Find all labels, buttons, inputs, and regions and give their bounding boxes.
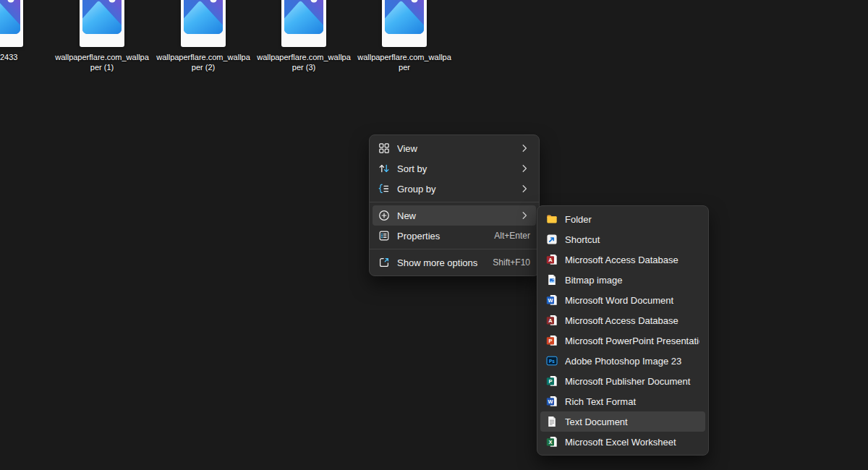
menu-separator [370,249,539,249]
view-icon [378,142,390,154]
desktop-icon-label: wallpaperflare.com_wallpaper (2) [156,52,250,72]
desktop-icon[interactable]: wallpaperflare.com_wallpaper (2) [153,0,254,72]
menu-item-adobe-photoshop-image-23[interactable]: PsAdobe Photoshop Image 23 [540,351,705,371]
image-file-icon [181,0,226,47]
show-more-options-icon [378,257,390,268]
image-file-icon [0,0,23,47]
menu-item-shortcut: Alt+Enter [494,231,530,241]
menu-item-microsoft-access-database[interactable]: AMicrosoft Access Database [540,310,705,330]
menu-item-label: Microsoft Access Database [565,255,699,265]
menu-item-shortcut[interactable]: Shortcut [540,229,705,249]
menu-item-label: Microsoft Access Database [565,315,699,326]
photoshop-icon: Ps [546,355,558,367]
menu-item-microsoft-word-document[interactable]: WMicrosoft Word Document [540,290,705,310]
menu-item-label: Sort by [397,163,511,174]
menu-item-microsoft-excel-worksheet[interactable]: XMicrosoft Excel Worksheet [540,432,705,452]
svg-text:Ps: Ps [549,359,555,364]
menu-item-label: Show more options [397,257,485,268]
svg-text:A: A [548,317,553,324]
menu-item-microsoft-powerpoint-presentation[interactable]: PMicrosoft PowerPoint Presentation [540,330,705,351]
group-icon [378,183,390,195]
desktop-icon[interactable]: wallpaperflare.com_wallpaper [354,0,455,72]
sort-icon [378,163,390,174]
menu-item-view[interactable]: View [373,138,536,158]
menu-item-group-by[interactable]: Group by [373,179,536,199]
image-file-icon [382,0,427,47]
svg-text:P: P [548,378,552,385]
svg-text:X: X [548,439,552,445]
menu-item-microsoft-publisher-document[interactable]: PMicrosoft Publisher Document [540,371,705,391]
shortcut-icon [546,234,558,245]
folder-icon [546,213,558,225]
svg-text:A: A [548,257,553,263]
menu-item-rich-text-format[interactable]: WRich Text Format [540,391,705,411]
menu-item-label: Microsoft PowerPoint Presentation [565,336,699,346]
chevron-right-icon [519,163,530,174]
menu-item-label: New [397,210,511,221]
menu-item-label: View [397,143,511,154]
menu-item-label: Properties [397,231,487,242]
menu-item-label: Microsoft Publisher Document [565,376,699,387]
desktop-icon[interactable]: wallpaperflare.com_wallpaper (3) [253,0,354,72]
desktop-icon-label: wallpaperflare.com_wallpaper (1) [55,52,149,72]
menu-item-label: Adobe Photoshop Image 23 [565,356,699,367]
publisher-icon: P [546,375,558,387]
chevron-right-icon [519,210,530,221]
desktop-icon-label: wallpaperflare.com_wallpaper [357,52,451,72]
menu-item-label: Microsoft Excel Worksheet [565,437,699,448]
menu-item-folder[interactable]: Folder [540,209,705,229]
desktop-icon[interactable]: wallpaperflare.com_wallpaper (1) [51,0,153,72]
menu-item-label: Folder [565,214,699,225]
menu-item-label: Group by [397,184,511,195]
chevron-right-icon [519,183,530,195]
desktop-icon[interactable]: 2433 [0,0,51,62]
menu-item-label: Bitmap image [565,275,699,286]
menu-item-text-document[interactable]: Text Document [540,411,705,432]
desktop-context-menu: ViewSort byGroup byNewPropertiesAlt+Ente… [369,134,540,276]
menu-item-shortcut: Shift+F10 [493,257,530,268]
image-file-icon [281,0,326,47]
bitmap-image-icon [546,274,558,286]
properties-icon [378,230,390,242]
menu-item-label: Microsoft Word Document [565,295,699,306]
menu-item-microsoft-access-database[interactable]: AMicrosoft Access Database [540,249,705,270]
chevron-right-icon [519,142,530,154]
menu-item-label: Rich Text Format [565,396,699,407]
menu-item-label: Text Document [565,416,699,427]
desktop-icon-label: 2433 [0,52,17,62]
svg-text:W: W [548,398,553,405]
new-icon [378,210,390,221]
word-icon: W [546,294,558,306]
powerpoint-icon: P [546,335,558,346]
menu-item-properties[interactable]: PropertiesAlt+Enter [373,226,536,246]
menu-item-show-more-options[interactable]: Show more optionsShift+F10 [373,252,536,273]
excel-icon: X [546,436,558,448]
svg-text:P: P [548,338,552,344]
text-document-icon [546,416,558,427]
menu-item-new[interactable]: New [373,205,536,226]
access-icon: A [546,254,558,265]
new-submenu: FolderShortcut AMicrosoft Access Databas… [537,205,709,456]
menu-item-label: Shortcut [565,234,699,245]
menu-item-bitmap-image[interactable]: Bitmap image [540,270,705,290]
menu-separator [370,202,539,202]
menu-item-sort-by[interactable]: Sort by [373,158,536,179]
access-alt-icon: A [546,315,558,326]
image-file-icon [80,0,124,47]
rtf-icon: W [546,396,558,407]
desktop-icon-label: wallpaperflare.com_wallpaper (3) [257,52,351,72]
svg-text:W: W [548,297,553,304]
